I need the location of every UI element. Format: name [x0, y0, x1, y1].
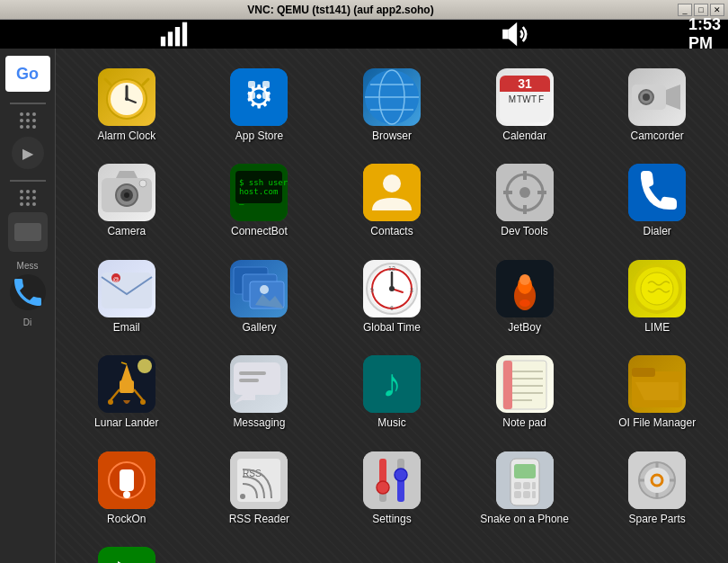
music-label: Music [377, 416, 405, 429]
close-button[interactable]: ✕ [710, 4, 724, 16]
svg-rect-18 [262, 92, 270, 99]
app-item-settings[interactable]: Settings [329, 444, 455, 532]
svg-rect-131 [532, 482, 536, 489]
lime-label: LIME [644, 321, 670, 334]
svg-point-41 [124, 192, 129, 198]
app-item-global-time[interactable]: 12 3 6 9 Global Time [329, 253, 455, 341]
svg-text:$ ssh user@: $ ssh user@ [239, 178, 288, 187]
svg-marker-38 [116, 171, 138, 178]
app-item-lime[interactable]: LIME [594, 253, 720, 341]
svg-line-11 [105, 79, 111, 85]
svg-rect-130 [523, 491, 530, 498]
sidebar-mess-label: Mess [17, 261, 39, 271]
camcorder-label: Camcorder [631, 130, 684, 142]
rss-reader-icon: RSS [230, 451, 288, 509]
svg-rect-132 [532, 491, 536, 498]
messaging-label: Messaging [233, 416, 285, 429]
svg-point-80 [519, 299, 530, 307]
jetboy-icon [496, 260, 554, 317]
app-item-email[interactable]: @ Email [64, 253, 190, 341]
svg-text:12: 12 [388, 265, 395, 272]
gallery-icon [230, 260, 288, 317]
app-item-snake-on-a-phone[interactable]: Snake on a Phone [462, 444, 588, 532]
svg-rect-2 [175, 27, 180, 46]
maximize-button[interactable]: □ [694, 4, 708, 16]
dev-tools-label: Dev Tools [501, 225, 547, 237]
connectbot-label: ConnectBot [231, 225, 288, 237]
app-item-note-pad[interactable]: Note pad [462, 348, 588, 436]
svg-text:M: M [508, 94, 515, 104]
app-item-messaging[interactable]: Messaging [197, 348, 323, 436]
note-pad-icon [496, 355, 554, 413]
signal-bars-icon [7, 20, 341, 49]
sidebar-di-label: Di [23, 317, 31, 327]
svg-point-116 [240, 494, 245, 499]
svg-rect-111 [120, 469, 134, 491]
oi-file-manager-icon [628, 355, 686, 413]
camcorder-icon [628, 68, 686, 126]
svg-text:@: @ [112, 276, 119, 282]
lime-icon [628, 260, 686, 317]
spare-parts-label: Spare Parts [629, 513, 686, 525]
status-bar: 1:53 PM [0, 20, 728, 49]
svg-point-123 [395, 469, 407, 481]
svg-rect-4 [502, 30, 509, 40]
settings-label: Settings [372, 513, 411, 525]
svg-text:6: 6 [390, 305, 394, 311]
svg-rect-58 [102, 273, 152, 308]
lunar-lander-icon [98, 355, 155, 413]
alarm-clock-label: Alarm Clock [97, 130, 155, 142]
svg-rect-94 [239, 371, 266, 375]
app-item-lunar-lander[interactable]: Lunar Lander [64, 348, 190, 436]
settings-icon [363, 451, 421, 509]
svg-text:_: _ [239, 196, 244, 205]
app-item-camcorder[interactable]: Camcorder [594, 61, 720, 149]
svg-rect-87 [120, 380, 134, 393]
rockon-icon [98, 451, 155, 509]
lunar-lander-label: Lunar Lander [94, 416, 158, 429]
videos-icon [98, 547, 155, 563]
svg-rect-106 [503, 361, 512, 409]
sidebar-divider-2 [10, 180, 46, 182]
messaging-icon [230, 355, 288, 413]
app-item-jetboy[interactable]: JetBoy [462, 253, 588, 341]
camera-icon [98, 164, 155, 221]
sidebar: Go ▶ Mess Di [0, 49, 56, 563]
main-area: Go ▶ Mess Di [0, 49, 728, 563]
app-item-oi-file-manager[interactable]: OI File Manager [594, 348, 720, 436]
svg-text:host.com: host.com [239, 187, 278, 196]
app-item-spare-parts[interactable]: Spare Parts [594, 444, 720, 532]
calendar-icon: 31 M T W T F [496, 68, 554, 126]
sidebar-small-item[interactable] [8, 212, 48, 252]
app-item-camera[interactable]: Camera [64, 156, 190, 245]
global-time-icon: 12 3 6 9 [363, 260, 421, 317]
music-icon: ♪ [363, 355, 421, 413]
app-item-alarm-clock[interactable]: Alarm Clock [64, 61, 190, 149]
app-item-dev-tools[interactable]: Dev Tools [462, 156, 588, 245]
minimize-button[interactable]: _ [678, 4, 692, 16]
spare-parts-icon [628, 451, 686, 509]
app-item-gallery[interactable]: Gallery [197, 253, 323, 341]
svg-text:W: W [522, 94, 531, 104]
svg-rect-127 [514, 482, 521, 489]
app-item-dialer[interactable]: Dialer [594, 156, 720, 245]
calendar-label: Calendar [502, 130, 546, 142]
sidebar-phone-icon[interactable] [10, 274, 46, 310]
app-item-videos[interactable]: Videos [64, 540, 190, 563]
app-item-rockon[interactable]: RockOn [64, 444, 190, 532]
app-item-contacts[interactable]: Contacts [329, 156, 455, 245]
app-item-music[interactable]: ♪ Music [329, 348, 455, 436]
svg-rect-126 [514, 464, 536, 478]
app-item-calendar[interactable]: 31 M T W T F Calendar [462, 61, 588, 149]
app-item-app-store[interactable]: ⚙ App Store [197, 61, 323, 149]
svg-rect-17 [248, 92, 255, 99]
svg-point-10 [125, 97, 129, 101]
app-item-rss-reader[interactable]: RSS RSS Reader [197, 444, 323, 532]
app-item-browser[interactable]: Browser [329, 61, 455, 149]
camera-label: Camera [107, 225, 146, 237]
svg-marker-5 [509, 22, 517, 47]
note-pad-label: Note pad [502, 416, 546, 429]
app-item-connectbot[interactable]: $ ssh user@ host.com _ ConnectBot [197, 156, 323, 245]
google-widget[interactable]: Go [5, 56, 50, 92]
play-button[interactable]: ▶ [12, 137, 44, 169]
